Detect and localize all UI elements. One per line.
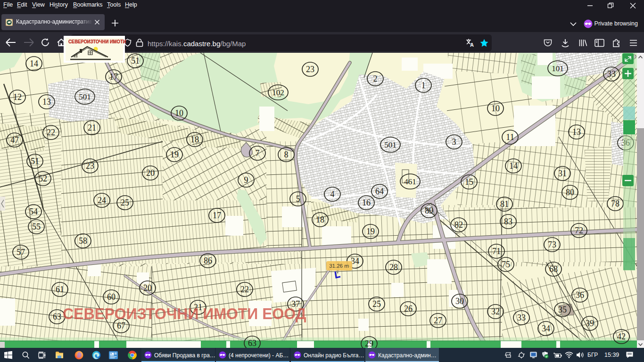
svg-text:81: 81 <box>500 199 509 209</box>
svg-text:14: 14 <box>509 161 518 171</box>
svg-text:86: 86 <box>204 256 212 265</box>
svg-text:58: 58 <box>79 236 87 246</box>
svg-text:1: 1 <box>421 81 426 90</box>
svg-text:18: 18 <box>316 215 324 224</box>
svg-text:22: 22 <box>240 285 249 294</box>
svg-text:21: 21 <box>88 123 96 132</box>
svg-text:24: 24 <box>98 196 106 205</box>
svg-text:23: 23 <box>86 161 94 171</box>
svg-text:9: 9 <box>244 175 248 185</box>
svg-text:89: 89 <box>425 206 433 215</box>
svg-text:15: 15 <box>465 177 473 187</box>
svg-text:13: 13 <box>42 97 51 107</box>
svg-text:32: 32 <box>491 307 500 316</box>
svg-text:75: 75 <box>502 260 510 269</box>
svg-text:101: 101 <box>552 64 564 73</box>
svg-text:31.26 m: 31.26 m <box>329 263 349 269</box>
svg-text:47: 47 <box>10 135 19 145</box>
svg-text:33: 33 <box>607 69 616 79</box>
svg-text:3: 3 <box>452 137 456 147</box>
svg-text:51: 51 <box>131 56 140 66</box>
svg-text:16: 16 <box>362 198 371 207</box>
svg-text:68: 68 <box>549 264 558 274</box>
svg-text:A: A <box>470 42 474 48</box>
svg-text:72: 72 <box>575 226 583 235</box>
svg-text:19: 19 <box>366 227 375 236</box>
svg-text:57: 57 <box>17 247 25 257</box>
svg-text:63: 63 <box>53 312 61 321</box>
svg-text:51: 51 <box>31 156 39 166</box>
svg-text:19: 19 <box>170 150 179 159</box>
svg-text:55: 55 <box>32 222 41 231</box>
svg-text:27: 27 <box>434 316 442 325</box>
svg-text:82: 82 <box>454 220 463 230</box>
svg-text:23: 23 <box>306 65 314 74</box>
svg-text:8: 8 <box>284 150 289 159</box>
svg-text:17: 17 <box>213 211 221 220</box>
svg-text:52: 52 <box>39 174 47 183</box>
svg-text:501: 501 <box>384 140 396 149</box>
svg-text:64: 64 <box>375 187 384 196</box>
svg-text:13: 13 <box>572 127 581 137</box>
svg-text:461: 461 <box>404 177 416 186</box>
svg-text:29: 29 <box>365 339 373 348</box>
svg-text:12: 12 <box>13 92 22 102</box>
svg-text:60: 60 <box>107 292 116 302</box>
svg-text:18: 18 <box>190 135 199 144</box>
svg-text:26: 26 <box>404 304 413 313</box>
svg-text:20: 20 <box>146 168 155 178</box>
svg-text:10: 10 <box>491 104 500 113</box>
svg-text:102: 102 <box>272 88 284 97</box>
svg-text:25: 25 <box>372 299 381 309</box>
svg-text:71: 71 <box>492 247 501 256</box>
svg-text:61: 61 <box>56 285 64 294</box>
svg-text:501: 501 <box>79 92 91 101</box>
svg-text:80: 80 <box>566 188 574 197</box>
svg-text:10: 10 <box>175 108 183 118</box>
svg-text:33: 33 <box>517 313 526 322</box>
svg-text:39: 39 <box>586 319 594 328</box>
svg-text:35: 35 <box>558 305 567 314</box>
svg-text:73: 73 <box>548 240 556 249</box>
svg-text:63: 63 <box>248 338 256 348</box>
svg-text:78: 78 <box>611 199 619 208</box>
svg-text:22: 22 <box>47 128 55 137</box>
svg-text:5: 5 <box>296 194 300 204</box>
svg-text:2: 2 <box>373 74 378 83</box>
svg-text:14: 14 <box>30 59 38 68</box>
svg-text:42: 42 <box>617 332 626 341</box>
svg-text:4: 4 <box>330 189 335 199</box>
svg-text:7: 7 <box>256 148 260 158</box>
svg-text:31: 31 <box>558 169 567 178</box>
svg-text:30: 30 <box>455 296 464 306</box>
svg-text:11: 11 <box>506 132 514 142</box>
svg-text:28: 28 <box>389 263 398 272</box>
svg-text:54: 54 <box>29 207 38 216</box>
svg-text:83: 83 <box>504 217 512 226</box>
svg-text:17: 17 <box>109 72 118 82</box>
svg-text:36: 36 <box>576 290 584 300</box>
svg-text:20: 20 <box>143 283 152 293</box>
svg-text:25: 25 <box>121 198 129 207</box>
svg-text:34: 34 <box>542 324 550 333</box>
